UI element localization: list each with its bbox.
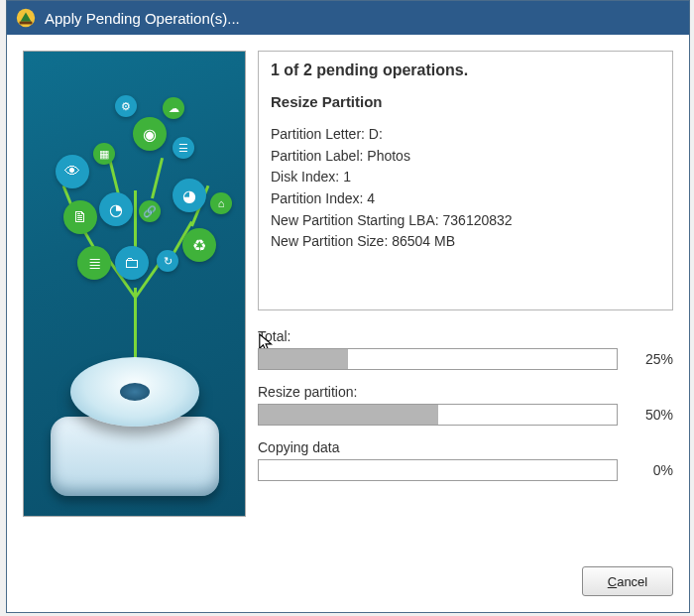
list-icon: ☰ [173, 137, 194, 159]
progress-copy-percent: 0% [628, 462, 673, 478]
detail-partition-label: Partition Label: Photos [271, 146, 660, 168]
svg-rect-1 [20, 22, 33, 25]
tag-icon: ⌂ [210, 192, 232, 214]
titlebar[interactable]: Apply Pending Operation(s)... [7, 1, 689, 35]
doc-icon: 🗎 [63, 200, 97, 234]
recycle-icon: ♻ [182, 228, 216, 262]
operation-info-box: 1 of 2 pending operations. Resize Partit… [258, 51, 673, 310]
refresh-icon: ↻ [157, 250, 178, 272]
eye-icon: 👁 [56, 155, 89, 188]
settings-icon: ⚙ [115, 95, 137, 117]
progress-total-fill [259, 349, 348, 369]
window-title: Apply Pending Operation(s)... [45, 10, 240, 27]
operation-title: Resize Partition [271, 93, 660, 110]
progress-total-label: Total: [258, 328, 673, 344]
illustration-panel: ≣ 🗀 ♻ ↻ 🗎 ◔ 🔗 ◕ ⌂ 👁 ▦ ◉ ☰ ⚙ ☁ [23, 51, 246, 517]
disc-icon: ◉ [133, 117, 167, 151]
progress-resize-label: Resize partition: [258, 384, 673, 400]
dialog-window: Apply Pending Operation(s)... [6, 0, 690, 613]
folder-icon: 🗀 [115, 246, 149, 280]
app-icon [15, 7, 37, 29]
grid-icon: ▦ [93, 143, 115, 165]
disk-illustration [51, 377, 219, 496]
progress-resize-bar [258, 404, 618, 426]
pie-icon: ◕ [173, 179, 206, 212]
progress-resize-percent: 50% [628, 407, 673, 423]
cancel-button-rest: ancel [617, 574, 647, 589]
pending-count-heading: 1 of 2 pending operations. [271, 62, 660, 79]
detail-partition-index: Partition Index: 4 [271, 188, 660, 210]
progress-copy-label: Copying data [258, 439, 673, 455]
cancel-button[interactable]: Cancel [582, 566, 673, 596]
dialog-content: ≣ 🗀 ♻ ↻ 🗎 ◔ 🔗 ◕ ⌂ 👁 ▦ ◉ ☰ ⚙ ☁ [7, 35, 689, 612]
detail-starting-lba: New Partition Starting LBA: 736120832 [271, 210, 660, 232]
bars-icon: ≣ [77, 246, 111, 280]
progress-resize-fill [259, 405, 438, 425]
chart-icon: ◔ [99, 192, 133, 226]
cloud-icon: ☁ [163, 97, 184, 119]
detail-partition-letter: Partition Letter: D: [271, 124, 660, 146]
progress-copy-bar [258, 459, 618, 481]
progress-total-bar [258, 348, 618, 370]
detail-new-size: New Partition Size: 86504 MB [271, 231, 660, 253]
link-icon: 🔗 [139, 200, 161, 222]
progress-total-percent: 25% [628, 351, 673, 367]
detail-disk-index: Disk Index: 1 [271, 167, 660, 188]
